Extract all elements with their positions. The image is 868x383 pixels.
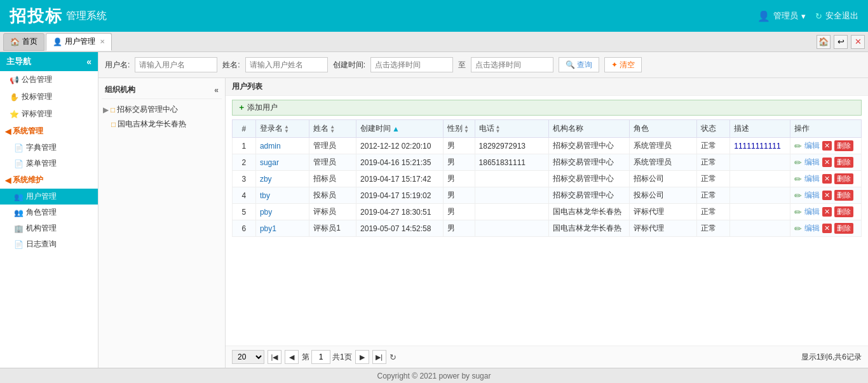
tabbar-close-button[interactable]: ✕ <box>851 35 865 49</box>
sidebar-label-sysmaint: 系统维护 <box>13 175 43 185</box>
first-page-button[interactable]: |◀ <box>268 350 281 364</box>
logo: 招投标 管理系统 <box>10 5 107 27</box>
created-label: 创建时间: <box>333 60 365 71</box>
logo-sub: 管理系统 <box>66 10 107 23</box>
del-button-2[interactable]: 删除 <box>834 173 853 184</box>
edit-icon-0[interactable]: ✏ <box>794 141 802 151</box>
cell-gender: 男 <box>444 138 475 154</box>
tab-user-management[interactable]: 👤 用户管理 ✕ <box>46 33 112 51</box>
del-icon-1[interactable]: ✕ <box>822 158 832 167</box>
del-button-0[interactable]: 删除 <box>834 140 853 151</box>
del-icon-3[interactable]: ✕ <box>822 191 832 200</box>
cell-phone: 18292972913 <box>475 138 548 154</box>
del-button-5[interactable]: 删除 <box>834 223 853 234</box>
edit-icon-5[interactable]: ✏ <box>794 224 802 234</box>
username-label: 用户名: <box>105 60 130 71</box>
del-icon-2[interactable]: ✕ <box>822 174 832 184</box>
edit-button-5[interactable]: 编辑 <box>804 223 820 234</box>
total-pages: 共1页 <box>332 352 352 363</box>
date-to-label: 至 <box>458 60 466 71</box>
add-user-button[interactable]: ＋ 添加用户 <box>232 100 862 116</box>
sidebar-item-usermgr[interactable]: 👥 用户管理 <box>0 189 98 205</box>
sidebar-group-sys[interactable]: ◀ 系统管理 <box>0 123 98 140</box>
th-name[interactable]: 姓名▲▼ <box>309 120 356 138</box>
edit-button-3[interactable]: 编辑 <box>804 190 820 201</box>
th-role: 角色 <box>630 120 696 138</box>
header: 招投标 管理系统 👤 管理员 ▾ ↻ 安全退出 <box>0 0 868 32</box>
tab-home[interactable]: 🏠 首页 <box>3 33 44 51</box>
sidebar-item-menu[interactable]: 📄 菜单管理 <box>0 156 98 171</box>
table-row: 1 admin 管理员 2012-12-12 02:20:10 男 182929… <box>233 138 862 154</box>
date-from-input[interactable] <box>370 57 453 72</box>
sidebar-label-usermgr: 用户管理 <box>26 191 57 202</box>
user-menu[interactable]: 👤 管理员 ▾ <box>757 10 806 22</box>
org-node-guodian[interactable]: □ 国电吉林龙华长春热 <box>102 117 222 131</box>
user-icon: 👤 <box>757 10 770 22</box>
cell-created: 2019-04-17 15:19:02 <box>356 187 444 204</box>
sidebar-item-rolemgr[interactable]: 👥 角色管理 <box>0 205 98 220</box>
bid-icon: ✋ <box>10 93 19 102</box>
sidebar-label-eval: 评标管理 <box>22 109 52 119</box>
edit-button-1[interactable]: 编辑 <box>804 157 820 168</box>
sidebar-item-bid[interactable]: ✋ 投标管理 <box>0 88 98 105</box>
logout-button[interactable]: ↻ 安全退出 <box>815 10 858 22</box>
sidebar-collapse-button[interactable]: « <box>86 57 92 67</box>
edit-button-2[interactable]: 编辑 <box>804 173 820 184</box>
cell-phone <box>475 187 548 204</box>
footer: Copyright © 2021 power by sugar <box>0 368 868 383</box>
sidebar-item-log[interactable]: 📄 日志查询 <box>0 236 98 252</box>
cell-login: pby <box>255 204 309 220</box>
del-button-1[interactable]: 删除 <box>834 157 853 168</box>
cell-role: 投标公司 <box>630 187 696 204</box>
cell-name: 管理员 <box>309 138 356 154</box>
date-to-input[interactable] <box>471 57 553 72</box>
th-gender[interactable]: 性别▲▼ <box>444 120 475 138</box>
edit-icon-2[interactable]: ✏ <box>794 174 802 184</box>
cell-role: 评标代理 <box>630 220 696 237</box>
logo-main: 招投标 <box>10 5 63 27</box>
cell-status: 正常 <box>696 187 730 204</box>
org-node-root[interactable]: ▶ □ 招标交易管理中心 <box>102 102 222 117</box>
edit-icon-4[interactable]: ✏ <box>794 207 802 217</box>
cell-phone: 18651831111 <box>475 154 548 171</box>
del-icon-4[interactable]: ✕ <box>822 207 832 217</box>
org-tree-collapse-button[interactable]: « <box>214 86 219 95</box>
tabs: 🏠 首页 👤 用户管理 ✕ <box>3 33 112 51</box>
sidebar-item-dict[interactable]: 📄 字典管理 <box>0 140 98 156</box>
last-page-button[interactable]: ▶| <box>372 350 386 364</box>
next-page-button[interactable]: ▶ <box>355 350 369 364</box>
sidebar-item-orgmgr[interactable]: 🏢 机构管理 <box>0 220 98 236</box>
page-size-select[interactable]: 20 10 50 100 <box>232 350 264 364</box>
sidebar-item-eval[interactable]: ⭐ 评标管理 <box>0 105 98 123</box>
del-icon-0[interactable]: ✕ <box>822 141 832 151</box>
cell-gender: 男 <box>444 187 475 204</box>
prev-page-button[interactable]: ◀ <box>285 350 299 364</box>
th-phone[interactable]: 电话▲▼ <box>475 120 548 138</box>
table-body: 1 admin 管理员 2012-12-12 02:20:10 男 182929… <box>233 138 862 237</box>
del-button-3[interactable]: 删除 <box>834 190 853 201</box>
sidebar-label-notice: 公告管理 <box>22 74 52 85</box>
table-row: 2 sugar 管理员 2019-04-16 15:21:35 男 186518… <box>233 154 862 171</box>
tabbar-back-button[interactable]: ↩ <box>834 35 848 49</box>
org-tree-header: 组织机构 « <box>102 81 222 99</box>
edit-icon-3[interactable]: ✏ <box>794 191 802 201</box>
realname-input[interactable] <box>245 57 328 72</box>
th-created[interactable]: 创建时间▲ <box>356 120 444 138</box>
refresh-button[interactable]: ↻ <box>390 353 397 362</box>
edit-button-4[interactable]: 编辑 <box>804 206 820 217</box>
username-input[interactable] <box>135 57 217 72</box>
tab-close-icon[interactable]: ✕ <box>100 38 105 45</box>
del-icon-5[interactable]: ✕ <box>822 224 832 233</box>
page-summary: 显示1到6,共6记录 <box>801 352 862 363</box>
tabbar-home-button[interactable]: 🏠 <box>817 35 831 49</box>
th-login[interactable]: 登录名▲▼ <box>255 120 309 138</box>
edit-icon-1[interactable]: ✏ <box>794 158 802 168</box>
user-tab-label: 用户管理 <box>65 36 95 47</box>
clear-button[interactable]: ✦ 清空 <box>604 57 642 72</box>
page-input[interactable] <box>311 350 330 364</box>
sidebar-item-notice[interactable]: 📢 公告管理 <box>0 71 98 88</box>
sidebar-group-sysmaint[interactable]: ◀ 系统维护 <box>0 171 98 189</box>
query-button[interactable]: 🔍 查询 <box>559 57 599 72</box>
del-button-4[interactable]: 删除 <box>834 206 853 217</box>
edit-button-0[interactable]: 编辑 <box>804 140 820 151</box>
